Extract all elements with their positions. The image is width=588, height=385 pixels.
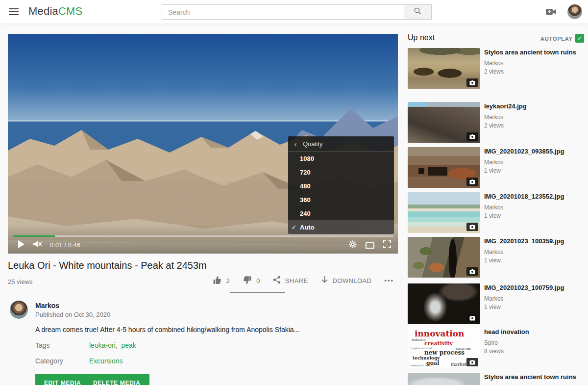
tag-separator: , bbox=[116, 341, 118, 349]
quality-option-480[interactable]: 480 bbox=[288, 179, 394, 193]
video-thumbnail[interactable] bbox=[408, 283, 480, 324]
share-button[interactable]: SHARE bbox=[273, 276, 308, 285]
camera-badge-icon bbox=[466, 132, 478, 141]
delete-media-button[interactable]: DELETE MEDIA bbox=[84, 374, 149, 385]
rating-underline bbox=[230, 292, 285, 293]
published-date: Published on Oct 30, 2020 bbox=[35, 311, 110, 318]
thumbs-down-icon bbox=[243, 276, 252, 286]
up-next-title[interactable]: Stylos area ancient town ruins bbox=[484, 373, 580, 382]
search-input[interactable] bbox=[162, 4, 404, 20]
more-options-button[interactable]: ••• bbox=[384, 277, 394, 284]
category-label: Category bbox=[35, 357, 63, 365]
user-avatar[interactable] bbox=[567, 4, 582, 19]
up-next-item[interactable]: leykaori24.jpg Markos 2 views bbox=[408, 102, 584, 143]
fullscreen-icon bbox=[383, 240, 391, 250]
up-next-views: 1 view bbox=[484, 304, 580, 310]
up-next-item[interactable]: innovation industry creativity organizat… bbox=[408, 328, 584, 368]
up-next-author: Markos bbox=[484, 159, 580, 166]
up-next-author: Markos bbox=[484, 114, 580, 121]
quality-auto-label: Auto bbox=[300, 224, 315, 231]
tag-link-leuka-ori[interactable]: leuka-ori bbox=[89, 341, 116, 349]
quality-option-1080[interactable]: 1080 bbox=[288, 152, 394, 165]
tags-value: leuka-ori, peak bbox=[89, 341, 136, 349]
up-next-title[interactable]: head inovation bbox=[484, 328, 580, 336]
up-next-title[interactable]: leykaori24.jpg bbox=[484, 103, 580, 111]
up-next-views: 1 view bbox=[484, 257, 580, 264]
up-next-item[interactable]: IMG_20201023_100759.jpg Markos 1 view bbox=[408, 283, 584, 324]
fullscreen-button[interactable] bbox=[383, 240, 391, 250]
video-thumbnail[interactable] bbox=[408, 48, 480, 89]
upload-media-button[interactable] bbox=[546, 8, 557, 17]
menu-icon[interactable] bbox=[9, 8, 19, 15]
play-button[interactable] bbox=[18, 240, 24, 250]
up-next-author: Markos bbox=[484, 295, 580, 302]
dislike-count: 0 bbox=[256, 277, 260, 284]
camera-badge-icon bbox=[466, 314, 478, 322]
up-next-author: Spiro bbox=[484, 339, 580, 346]
camera-badge-icon bbox=[466, 267, 478, 276]
settings-button[interactable] bbox=[349, 240, 357, 250]
quality-option-240[interactable]: 240 bbox=[288, 206, 394, 220]
video-thumbnail[interactable] bbox=[408, 147, 480, 188]
category-link-excursions[interactable]: Excursions bbox=[89, 357, 122, 365]
up-next-title[interactable]: Stylos area ancient town ruins bbox=[484, 49, 580, 57]
media-description: A dream comes true! After 4-5 hours of c… bbox=[35, 326, 339, 334]
view-count: 25 views bbox=[8, 278, 33, 285]
camera-badge-icon bbox=[466, 78, 478, 87]
up-next-item[interactable]: IMG_20201018_123552.jpg Markos 1 view bbox=[408, 192, 584, 233]
progress-bar[interactable] bbox=[13, 235, 393, 237]
video-thumbnail[interactable] bbox=[408, 373, 480, 385]
video-thumbnail[interactable]: innovation industry creativity organizat… bbox=[408, 328, 480, 368]
media-title: Leuka Ori - White mountains - Peak at 24… bbox=[8, 260, 207, 271]
download-button[interactable]: DOWNLOAD bbox=[321, 276, 372, 285]
quality-menu-title: Quality bbox=[303, 140, 322, 148]
search-button[interactable] bbox=[404, 4, 432, 20]
camera-badge-icon bbox=[466, 358, 478, 366]
quality-option-360[interactable]: 360 bbox=[288, 193, 394, 206]
quality-option-720[interactable]: 720 bbox=[288, 165, 394, 179]
media-actions: 2 0 SHARE DOWNLOAD ••• bbox=[230, 273, 394, 288]
search-icon bbox=[414, 7, 422, 17]
checkmark-icon: ✓ bbox=[288, 224, 300, 231]
gear-icon bbox=[349, 240, 357, 250]
dislike-button[interactable]: 0 bbox=[243, 276, 260, 286]
autoplay-checkbox[interactable]: ✓ bbox=[575, 34, 584, 43]
up-next-item[interactable]: Stylos area ancient town ruins bbox=[408, 373, 584, 385]
mediacms-page: MediaCMS bbox=[0, 0, 588, 385]
autoplay-label: AUTOPLAY bbox=[540, 36, 573, 42]
top-navigation-bar: MediaCMS bbox=[0, 0, 588, 24]
edit-media-button[interactable]: EDIT MEDIA bbox=[35, 374, 90, 385]
up-next-item[interactable]: IMG_20201023_100359.jpg Markos 1 view bbox=[408, 237, 584, 278]
download-label: DOWNLOAD bbox=[333, 277, 372, 284]
mediacms-logo[interactable]: MediaCMS bbox=[28, 5, 82, 18]
up-next-item[interactable]: Stylos area ancient town ruins Markos 2 … bbox=[408, 48, 584, 89]
author-avatar[interactable] bbox=[10, 301, 28, 319]
checkmark-icon: ✓ bbox=[577, 35, 582, 42]
video-thumbnail[interactable] bbox=[408, 237, 480, 278]
wordcloud-word: research better bbox=[411, 363, 434, 367]
author-name[interactable]: Markos bbox=[35, 302, 59, 309]
up-next-item[interactable]: IMG_20201023_093855.jpg Markos 1 view bbox=[408, 147, 584, 188]
logo-cms-text: CMS bbox=[58, 5, 83, 17]
tag-link-peak[interactable]: peak bbox=[121, 341, 136, 349]
video-thumbnail[interactable] bbox=[408, 102, 480, 143]
up-next-author: Markos bbox=[484, 60, 580, 67]
search-bar bbox=[162, 4, 432, 20]
mute-button[interactable] bbox=[32, 240, 42, 250]
video-player[interactable]: ‹ Quality 1080 720 480 360 240 ✓ Auto bbox=[8, 34, 398, 254]
wordcloud-word: sources bbox=[456, 346, 471, 351]
quality-option-auto[interactable]: ✓ Auto bbox=[288, 220, 394, 234]
video-thumbnail[interactable] bbox=[408, 192, 480, 233]
theater-mode-button[interactable] bbox=[366, 242, 374, 249]
share-label: SHARE bbox=[285, 277, 308, 284]
volume-muted-icon bbox=[32, 240, 42, 250]
up-next-title[interactable]: IMG_20201018_123552.jpg bbox=[484, 193, 580, 201]
quality-menu-back[interactable]: ‹ Quality bbox=[288, 136, 394, 152]
up-next-title[interactable]: IMG_20201023_100759.jpg bbox=[484, 284, 580, 292]
up-next-title[interactable]: IMG_20201023_100359.jpg bbox=[484, 237, 580, 246]
wordcloud-word: innovation bbox=[415, 329, 464, 338]
up-next-title[interactable]: IMG_20201023_093855.jpg bbox=[484, 148, 580, 156]
like-button[interactable]: 2 bbox=[213, 276, 230, 286]
thumbs-up-icon bbox=[213, 276, 222, 286]
play-icon bbox=[18, 240, 24, 250]
